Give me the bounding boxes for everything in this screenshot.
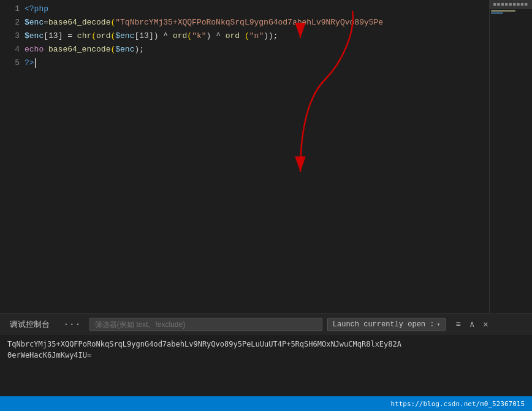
php-op: [13]) ^ [134, 31, 172, 40]
minimap [489, 0, 532, 313]
php-func: ord [226, 31, 240, 40]
chevron-down-icon: ▾ [436, 321, 440, 328]
panel-filter-input[interactable] [89, 318, 322, 331]
code-line-3: $enc[13] = chr(ord($enc[13]) ^ ord("k") … [25, 29, 532, 43]
code-line-4: echo base64_encode($enc); [25, 43, 532, 56]
php-func: ord [96, 31, 110, 40]
panel-output-line2: 0erWeHacK6JmKwy4IU= [7, 350, 525, 361]
launch-button[interactable]: Launch currently open : ▾ [327, 318, 446, 331]
editor-area: 1 2 3 4 5 <?php $enc=base64_decode("TqNb… [0, 0, 532, 313]
code-line-5: ?> [25, 56, 532, 70]
php-op: = [44, 18, 48, 27]
code-line-1: <?php [25, 2, 532, 16]
php-string: "k" [192, 31, 206, 40]
top-badge: ■■■■■■■■■ [489, 0, 532, 9]
status-bar-url: https://blog.csdn.net/m0_52367015 [390, 400, 525, 408]
panel-icons: ≡ ∧ ✕ [453, 318, 490, 331]
php-op: ) ^ [207, 31, 226, 40]
php-paren: ( [91, 31, 96, 40]
line-numbers: 1 2 3 4 5 [0, 0, 25, 313]
php-func: base64_decode [48, 18, 110, 27]
panel-output: TqNbrcYMj35+XQQFPoRoNkqSrqL9ygnG4od7abeh… [0, 335, 532, 393]
panel-tab-console[interactable]: 调试控制台 [5, 317, 55, 332]
php-string: "TqNbrcYMj35+XQQFPoRoNkqSrqL9ygnG4od7abe… [115, 18, 383, 27]
php-func: chr [77, 31, 91, 40]
status-bar: https://blog.csdn.net/m0_52367015 [0, 396, 532, 411]
php-paren: ( [187, 31, 192, 40]
panel-tab-dots[interactable]: ··· [59, 318, 85, 331]
php-var: $enc [115, 45, 134, 54]
php-paren: ( [245, 31, 249, 40]
panel-output-line1: TqNbrcYMj35+XQQFPoRoNkqSrqL9ygnG4od7abeh… [7, 339, 525, 350]
php-keyword: echo [25, 45, 48, 54]
php-op: )); [264, 31, 278, 40]
php-func: base64_encode [48, 45, 110, 54]
code-line-2: $enc=base64_decode("TqNbrcYMj35+XQQFPoRo… [25, 16, 532, 29]
php-string: "n" [249, 31, 264, 40]
php-tag: ?> [25, 58, 34, 67]
code-lines: <?php $enc=base64_decode("TqNbrcYMj35+XQ… [25, 0, 532, 313]
php-var: $enc [25, 18, 44, 27]
php-func: ord [173, 31, 187, 40]
panel-close-icon[interactable]: ✕ [481, 318, 490, 331]
php-var: $enc [25, 31, 44, 40]
panel-chevron-up-icon[interactable]: ∧ [467, 318, 477, 331]
panel-list-icon[interactable]: ≡ [453, 318, 463, 331]
panel-tabbar: 调试控制台 ··· Launch currently open : ▾ ≡ ∧ … [0, 313, 532, 335]
php-op [240, 31, 245, 40]
php-op: [13] = [44, 31, 77, 40]
php-op: ); [134, 45, 144, 54]
php-var: $enc [115, 31, 134, 40]
php-tag: <?php [25, 4, 48, 13]
editor-content: 1 2 3 4 5 <?php $enc=base64_decode("TqNb… [0, 0, 532, 313]
launch-button-label: Launch currently open : [333, 320, 435, 329]
